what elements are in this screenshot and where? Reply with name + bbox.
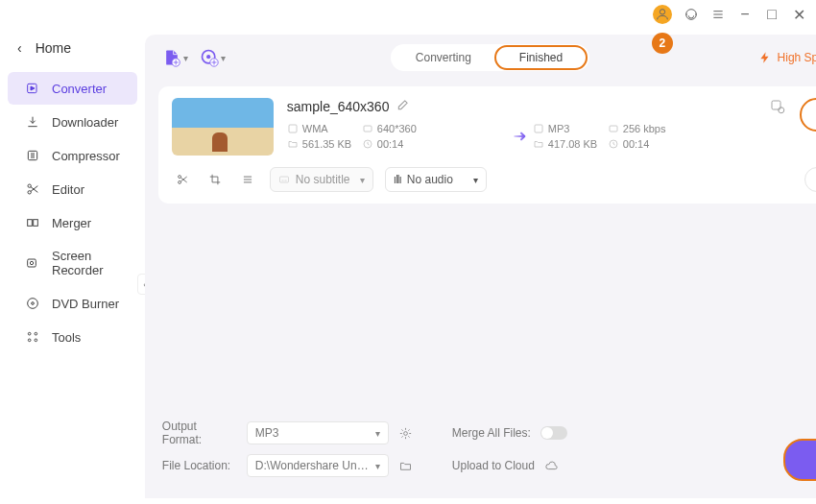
waveform-icon: ıllı (394, 173, 401, 186)
sidebar-item-editor[interactable]: Editor (8, 173, 137, 205)
disc-icon (25, 296, 40, 311)
sidebar-item-label: Downloader (52, 115, 118, 130)
sidebar-item-label: DVD Burner (52, 297, 119, 311)
callout-2: 2 (652, 33, 673, 54)
src-resolution: 640*360 (362, 123, 435, 134)
recorder-icon (25, 255, 40, 271)
maximize-button[interactable]: □ (764, 7, 780, 22)
home-label: Home (36, 40, 71, 56)
lightning-icon (758, 51, 772, 64)
minimize-button[interactable]: − (737, 7, 753, 22)
subtitle-value: No subtitle (296, 173, 350, 186)
converter-icon (25, 81, 40, 96)
sidebar-item-label: Editor (52, 182, 84, 197)
svg-rect-6 (28, 220, 33, 227)
sidebar-item-downloader[interactable]: Downloader (8, 106, 137, 138)
file-location-value: D:\Wondershare UniConverter 1 (255, 459, 370, 472)
effects-button[interactable] (237, 169, 258, 190)
sidebar-home[interactable]: ‹ Home (0, 33, 145, 63)
output-settings-gear[interactable] (398, 425, 414, 441)
svg-rect-7 (34, 220, 38, 227)
download-icon (25, 114, 40, 130)
open-folder-button[interactable] (398, 458, 414, 473)
start-all-button[interactable]: Start All (783, 439, 816, 481)
sidebar-item-label: Compressor (52, 149, 120, 163)
high-speed-conversion[interactable]: High Speed Conversion (758, 51, 816, 64)
output-format-select[interactable]: MP3 ▾ (247, 421, 389, 444)
chevron-down-icon: ▾ (473, 175, 478, 185)
cloud-icon[interactable] (544, 458, 560, 473)
chevron-down-icon: ▾ (375, 461, 380, 471)
dst-duration: 00:14 (608, 138, 681, 150)
merge-label: Merge All Files: (452, 426, 531, 440)
compress-icon (25, 148, 40, 163)
edit-name-icon[interactable] (396, 98, 410, 115)
svg-rect-22 (535, 125, 542, 132)
arrow-icon (512, 126, 531, 147)
svg-rect-23 (610, 126, 617, 132)
svg-rect-30 (279, 177, 288, 182)
sidebar-item-screen-recorder[interactable]: Screen Recorder (8, 240, 137, 286)
chevron-down-icon: ▾ (375, 428, 380, 439)
tab-finished[interactable]: Finished (494, 45, 588, 70)
sidebar-item-label: Merger (52, 216, 91, 230)
sidebar-item-dvd-burner[interactable]: DVD Burner (8, 287, 137, 320)
convert-button[interactable]: Convert (800, 98, 816, 132)
svg-point-14 (28, 339, 31, 342)
dst-bitrate: 256 kbps (608, 123, 681, 134)
tab-converting[interactable]: Converting (393, 47, 494, 68)
audio-value: No audio (407, 173, 453, 186)
content-topbar: ▾ ▾ Converting Finished High Speed Conve… (145, 35, 816, 81)
output-format-label: Output Format: (162, 420, 237, 446)
src-duration: 00:14 (362, 138, 435, 150)
tools-icon (25, 329, 40, 345)
video-thumbnail[interactable] (172, 98, 274, 156)
support-icon[interactable] (684, 7, 699, 22)
svg-rect-8 (28, 259, 36, 267)
conversion-item: 1 sample_640x360 WMA 640*360 MP3 256 kbp… (158, 86, 816, 204)
avatar[interactable] (653, 5, 672, 24)
sidebar-item-converter[interactable]: Converter (8, 72, 137, 105)
svg-point-32 (404, 431, 408, 435)
sidebar-item-label: Screen Recorder (52, 249, 120, 277)
add-file-button[interactable]: ▾ (162, 48, 188, 67)
close-button[interactable]: ✕ (791, 7, 806, 22)
svg-point-29 (178, 180, 180, 183)
audio-select[interactable]: ıllı No audio ▾ (385, 167, 487, 192)
merge-toggle[interactable] (540, 426, 567, 440)
src-format: WMA (287, 123, 360, 134)
status-segment: Converting Finished (391, 44, 589, 71)
crop-button[interactable] (204, 169, 226, 190)
file-location-label: File Location: (162, 459, 237, 472)
titlebar: − □ ✕ (0, 0, 816, 29)
output-settings-icon[interactable] (769, 98, 786, 115)
file-name: sample_640x360 (287, 99, 390, 114)
svg-rect-21 (364, 126, 372, 132)
trim-button[interactable] (172, 169, 193, 190)
output-format-value: MP3 (255, 426, 279, 440)
svg-point-27 (779, 108, 784, 113)
content-area: 2 ▾ ▾ Converting Finished High Speed Con… (145, 35, 816, 498)
cloud-label: Upload to Cloud (452, 459, 535, 472)
menu-icon[interactable] (710, 7, 726, 22)
sidebar-item-tools[interactable]: Tools (8, 321, 137, 353)
file-location-select[interactable]: D:\Wondershare UniConverter 1 ▾ (247, 454, 389, 477)
item-settings-button[interactable]: Settings (804, 167, 816, 192)
merger-icon (25, 215, 40, 230)
sidebar-item-merger[interactable]: Merger (8, 206, 137, 239)
footer: 3 Output Format: MP3 ▾ Merge All Files: … (145, 410, 816, 498)
svg-point-18 (206, 55, 210, 59)
subtitle-select[interactable]: No subtitle ▾ (270, 167, 373, 192)
sidebar-item-compressor[interactable]: Compressor (8, 139, 137, 172)
dst-size: 417.08 KB (533, 138, 606, 150)
sidebar-item-label: Tools (52, 330, 81, 345)
chevron-down-icon: ▾ (183, 53, 188, 63)
sidebar: ‹ Home Converter Downloader Compressor E… (0, 29, 145, 504)
svg-point-12 (28, 332, 31, 335)
add-disc-button[interactable]: ▾ (200, 48, 226, 67)
chevron-down-icon: ▾ (360, 175, 365, 185)
back-icon: ‹ (17, 40, 22, 56)
hsc-label: High Speed Conversion (778, 51, 816, 64)
svg-point-0 (660, 10, 664, 14)
svg-point-10 (28, 299, 38, 309)
